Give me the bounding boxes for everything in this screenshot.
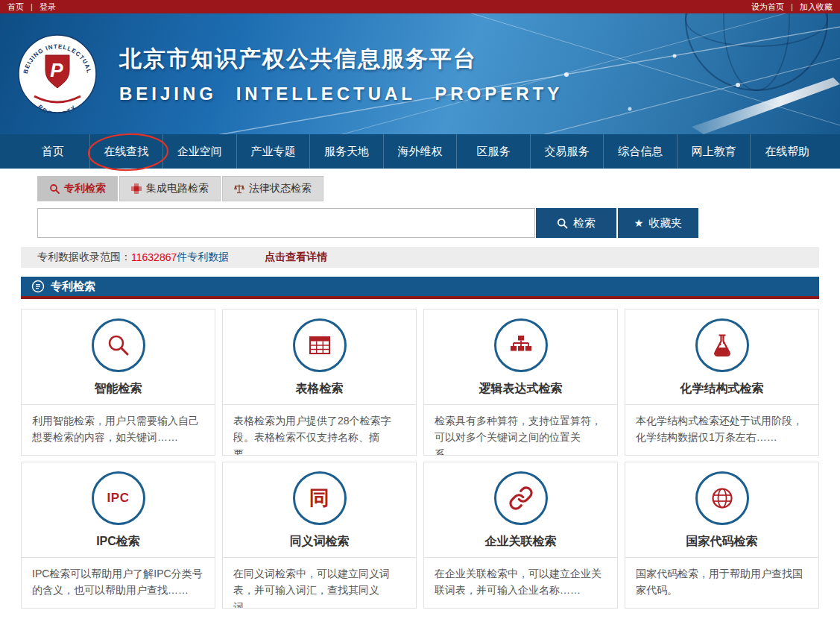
- card-description: 检索具有多种算符，支持位置算符，可以对多个关键词之间的位置关系……: [424, 404, 617, 455]
- magnifier-icon: [92, 318, 145, 372]
- card-description: 表格检索为用户提供了28个检索字段。表格检索不仅支持名称、摘要……: [223, 404, 416, 455]
- nav-item-industry-topics[interactable]: 产业专题: [236, 134, 310, 169]
- stats-count: 11632867: [131, 251, 177, 263]
- favorites-button-label: 收藏夹: [648, 216, 682, 230]
- nav-item-home[interactable]: 首页: [16, 134, 89, 169]
- magnifier-icon: [49, 183, 60, 194]
- view-details-link[interactable]: 点击查看详情: [265, 251, 327, 264]
- stats-unit: 件专利数据: [177, 251, 229, 264]
- site-logo: BEIJING INTELLECTUAL PROPERTY P: [18, 34, 97, 113]
- stats-label: 专利数据收录范围：: [37, 251, 131, 264]
- nav-item-overseas-rights[interactable]: 海外维权: [383, 134, 457, 169]
- topbar-addfavorite-link[interactable]: 加入收藏: [800, 2, 833, 11]
- orgchart-icon: [494, 318, 548, 372]
- card-intelligent-search[interactable]: 智能检索 利用智能检索，用户只需要输入自己想要检索的内容，如关键词……: [21, 309, 215, 456]
- magnifier-icon: [557, 218, 568, 229]
- topbar: 首页 | 登录 设为首页 | 加入收藏: [0, 0, 840, 13]
- search-bar: 检索 ★ 收藏夹: [37, 208, 819, 238]
- card-title: 化学结构式检索: [625, 381, 818, 397]
- main-nav: 首页 在线查找 企业空间 产业专题 服务天地 海外维权 区服务 交易服务 综合信…: [0, 134, 840, 169]
- tab-label: 法律状态检索: [249, 182, 312, 195]
- tab-integrated-circuit-search[interactable]: 集成电路检索: [119, 176, 221, 201]
- card-title: 智能检索: [22, 381, 215, 397]
- search-button-label: 检索: [573, 216, 596, 230]
- nav-item-district-service[interactable]: 区服务: [456, 134, 530, 169]
- chain-link-icon: [494, 471, 548, 525]
- ipc-text-icon: IPC: [92, 471, 145, 525]
- search-tabs: 专利检索 集成电路检索: [37, 176, 819, 201]
- flask-icon: [695, 318, 749, 372]
- card-title: 企业关联检索: [424, 534, 617, 550]
- table-icon: [293, 318, 347, 372]
- header-titles: 北京市知识产权公共信息服务平台 BEIJING INTELLECTUAL PRO…: [119, 44, 563, 104]
- card-title: 国家代码检索: [625, 534, 818, 550]
- card-title: 表格检索: [223, 381, 416, 397]
- logo-badge-icon: BEIJING INTELLECTUAL PROPERTY P: [18, 34, 97, 113]
- search-method-cards: 智能检索 利用智能检索，用户只需要输入自己想要检索的内容，如关键词……: [21, 309, 819, 609]
- card-logic-expression-search[interactable]: 逻辑表达式检索 检索具有多种算符，支持位置算符，可以对多个关键词之间的位置关系……: [423, 309, 618, 456]
- scales-icon: [234, 183, 244, 194]
- nav-item-service-world[interactable]: 服务天地: [309, 134, 383, 169]
- nav-item-trade-service[interactable]: 交易服务: [530, 134, 604, 169]
- search-button[interactable]: 检索: [536, 208, 616, 238]
- card-country-code-search[interactable]: 国家代码检索 国家代码检索，用于帮助用户查找国家代码。: [625, 462, 819, 609]
- card-table-search[interactable]: 表格检索 表格检索为用户提供了28个检索字段。表格检索不仅支持名称、摘要……: [222, 309, 417, 456]
- topbar-separator: |: [31, 2, 33, 11]
- search-input[interactable]: [37, 208, 535, 238]
- card-synonym-search[interactable]: 同 同义词检索 在同义词检索中，可以建立同义词表，并可输入词汇，查找其同义词……: [222, 462, 417, 609]
- globe-icon: [695, 471, 749, 525]
- tab-patent-search[interactable]: 专利检索: [37, 176, 118, 201]
- card-title: 同义词检索: [223, 534, 416, 550]
- site-title-cn: 北京市知识产权公共信息服务平台: [119, 44, 563, 75]
- nav-item-online-education[interactable]: 网上教育: [677, 134, 751, 169]
- tab-label: 专利检索: [64, 182, 106, 195]
- nav-item-online-search[interactable]: 在线查找: [89, 134, 163, 169]
- site-header: BEIJING INTELLECTUAL PROPERTY P 北京市知识产权公…: [0, 13, 840, 134]
- topbar-sethome-link[interactable]: 设为首页: [751, 2, 784, 11]
- card-description: 国家代码检索，用于帮助用户查找国家代码。: [625, 557, 818, 608]
- card-enterprise-relation-search[interactable]: 企业关联检索 在企业关联检索中，可以建立企业关联词表，并可输入企业名称……: [423, 462, 618, 609]
- tong-text-icon: 同: [293, 471, 347, 525]
- tab-label: 集成电路检索: [146, 182, 209, 195]
- document-badge-icon: [31, 280, 45, 293]
- card-title: IPC检索: [22, 534, 215, 550]
- site-title-en: BEIJING INTELLECTUAL PROPERTY: [119, 84, 563, 104]
- section-header-patent-search: 专利检索: [21, 277, 819, 299]
- card-title: 逻辑表达式检索: [424, 381, 617, 397]
- svg-text:P: P: [50, 59, 63, 81]
- card-description: 本化学结构式检索还处于试用阶段，化学结构数据仅1万条左右……: [625, 404, 818, 455]
- card-chemical-structure-search[interactable]: 化学结构式检索 本化学结构式检索还处于试用阶段，化学结构数据仅1万条左右……: [625, 309, 819, 456]
- card-description: 在同义词检索中，可以建立同义词表，并可输入词汇，查找其同义词……: [223, 557, 416, 608]
- topbar-login-link[interactable]: 登录: [40, 2, 56, 11]
- favorites-button[interactable]: ★ 收藏夹: [618, 208, 698, 238]
- topbar-home-link[interactable]: 首页: [7, 2, 24, 11]
- nav-item-enterprise-space[interactable]: 企业空间: [162, 134, 236, 169]
- section-title: 专利检索: [51, 280, 95, 294]
- topbar-separator: |: [791, 2, 793, 11]
- tab-legal-status-search[interactable]: 法律状态检索: [222, 176, 323, 201]
- chip-icon: [131, 183, 142, 194]
- stats-bar: 专利数据收录范围： 11632867 件专利数据 点击查看详情: [21, 247, 819, 268]
- card-ipc-search[interactable]: IPC IPC检索 IPC检索可以帮助用户了解IPC分类号的含义，也可以帮助用户…: [21, 462, 215, 609]
- nav-item-comprehensive-info[interactable]: 综合信息: [603, 134, 677, 169]
- card-description: 在企业关联检索中，可以建立企业关联词表，并可输入企业名称……: [424, 557, 617, 608]
- star-icon: ★: [634, 218, 644, 228]
- card-description: IPC检索可以帮助用户了解IPC分类号的含义，也可以帮助用户查找……: [22, 557, 215, 608]
- main-content: 专利检索 集成电路检索: [21, 176, 819, 609]
- topbar-left: 首页 | 登录: [7, 1, 56, 13]
- nav-item-online-help[interactable]: 在线帮助: [750, 134, 824, 169]
- topbar-right: 设为首页 | 加入收藏: [751, 1, 833, 13]
- card-description: 利用智能检索，用户只需要输入自己想要检索的内容，如关键词……: [22, 404, 215, 455]
